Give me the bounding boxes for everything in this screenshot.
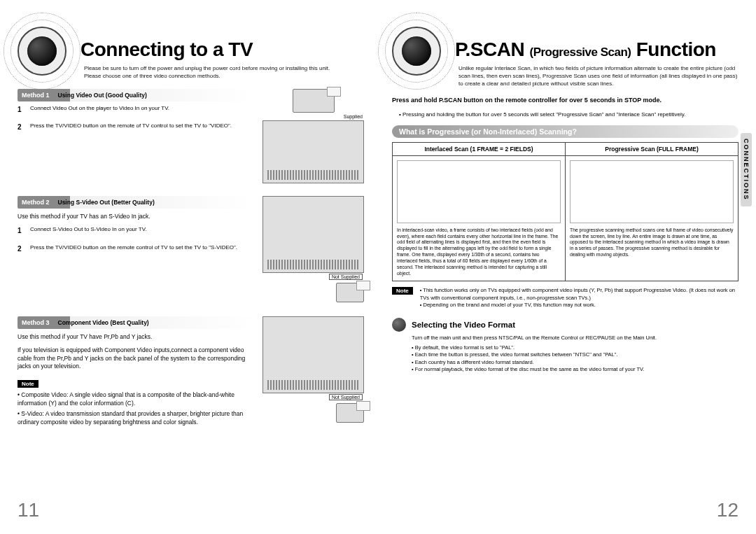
th-interlaced: Interlaced Scan (1 FRAME = 2 FIELDS)	[393, 142, 566, 155]
pscan-instruction: Press and hold P.SCAN button on the remo…	[392, 96, 738, 104]
pscan-toggle-note: Pressing and holding the button for over…	[399, 111, 738, 118]
method-1-figure: Supplied	[262, 89, 364, 183]
interlaced-figure	[397, 160, 561, 223]
method-3-figure: Not Supplied	[262, 316, 364, 427]
method-2-header: Method 2 Using S-Video Out (Better Quali…	[18, 196, 255, 209]
video-format-instruction: Turn off the main unit and then press NT…	[412, 335, 738, 342]
svideo-note: • S-Video: A video transmission standard…	[18, 410, 255, 426]
method-3-header: Method 3 Component Video (Best Quality)	[18, 316, 255, 329]
composite-note: • Composite Video: A single video signal…	[18, 391, 255, 407]
th-progressive: Progressive Scan (FULL FRAME)	[566, 142, 738, 155]
page-title-left: Connecting to a TV	[80, 38, 364, 61]
method-3-block: Method 3 Component Video (Best Quality) …	[18, 316, 364, 427]
selecting-video-format-header: Selecting the Video Format	[392, 318, 738, 332]
video-format-bullets: By default, the video format is set to "…	[412, 344, 738, 374]
method-2-block: Method 2 Using S-Video Out (Better Quali…	[18, 196, 364, 304]
interlaced-desc: In interlaced-scan video, a frame consis…	[397, 227, 561, 277]
progressive-figure	[570, 160, 734, 223]
dot-icon	[392, 318, 406, 332]
page-number-12: 12	[717, 499, 738, 521]
note-label: Note	[392, 287, 413, 295]
method-2-figure: Not Supplied	[262, 196, 364, 304]
progressive-desc: The progressive scanning method scans on…	[570, 227, 734, 258]
method-1-block: Method 1 Using Video Out (Good Quality) …	[18, 89, 364, 183]
speaker-decor-icon	[378, 13, 455, 90]
section-progressive-header: What is Progressive (or Non-Interlaced) …	[392, 125, 738, 138]
page-11: Connecting to a TV Please be sure to tur…	[0, 0, 378, 534]
method-1-header: Method 1 Using Video Out (Good Quality)	[18, 89, 255, 101]
intro-text: Please be sure to turn off the power and…	[84, 65, 364, 80]
note-label: Note	[18, 380, 38, 388]
page-number-11: 11	[18, 499, 39, 521]
pscan-intro: Unlike regular Interlace Scan, in which …	[458, 65, 738, 87]
scan-comparison-table: Interlaced Scan (1 FRAME = 2 FIELDS) Pro…	[392, 142, 738, 282]
page-title-right: P.SCAN (Progressive Scan) Function	[455, 38, 738, 61]
speaker-decor-icon	[4, 13, 80, 90]
section-tab: CONNECTIONS	[741, 133, 752, 206]
page-12: CONNECTIONS P.SCAN (Progressive Scan) Fu…	[378, 0, 756, 534]
pscan-notes: This function works only on TVs equipped…	[420, 287, 738, 309]
